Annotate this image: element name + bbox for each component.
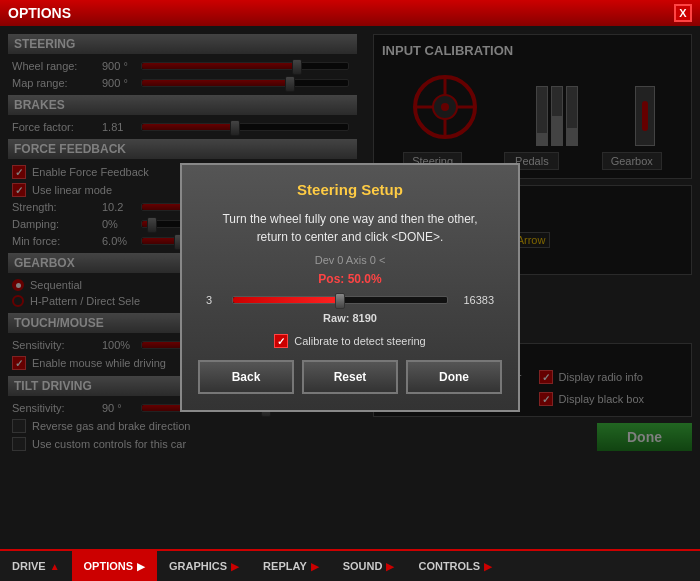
nav-options[interactable]: OPTIONS ▶: [72, 551, 158, 581]
modal-overlay: Steering Setup Turn the wheel fully one …: [0, 26, 700, 549]
main-content: STEERING Wheel range: 900 ° Map range: 9…: [0, 26, 700, 549]
nav-sound-arrow: ▶: [386, 561, 394, 572]
window-title: OPTIONS: [8, 5, 71, 21]
modal-calibrate-label: Calibrate to detect steering: [294, 335, 425, 347]
modal-slider-max: 16383: [454, 294, 494, 306]
modal-axis: Dev 0 Axis 0 <: [198, 254, 502, 266]
modal-raw: Raw: 8190: [198, 312, 502, 324]
nav-options-label: OPTIONS: [84, 560, 134, 572]
nav-drive-label: DRIVE: [12, 560, 46, 572]
modal-slider-row: 3 16383: [198, 294, 502, 306]
modal-slider-min: 3: [206, 294, 226, 306]
close-button[interactable]: X: [674, 4, 692, 22]
steering-setup-modal: Steering Setup Turn the wheel fully one …: [180, 163, 520, 412]
nav-graphics-arrow: ▶: [231, 561, 239, 572]
modal-buttons: Back Reset Done: [198, 360, 502, 394]
modal-calibrate-checkbox[interactable]: ✓: [274, 334, 288, 348]
title-bar: OPTIONS X: [0, 0, 700, 26]
nav-bar: DRIVE ▲ OPTIONS ▶ GRAPHICS ▶ REPLAY ▶ SO…: [0, 549, 700, 581]
nav-options-arrow: ▶: [137, 561, 145, 572]
modal-slider[interactable]: [232, 296, 448, 304]
modal-title: Steering Setup: [198, 181, 502, 198]
nav-replay[interactable]: REPLAY ▶: [251, 551, 331, 581]
nav-controls[interactable]: CONTROLS ▶: [406, 551, 504, 581]
modal-pos: Pos: 50.0%: [198, 272, 502, 286]
modal-instruction: Turn the wheel fully one way and then th…: [198, 210, 502, 246]
nav-drive-arrow: ▲: [50, 561, 60, 572]
nav-drive[interactable]: DRIVE ▲: [0, 551, 72, 581]
modal-back-button[interactable]: Back: [198, 360, 294, 394]
modal-done-button[interactable]: Done: [406, 360, 502, 394]
modal-calibrate-row: ✓ Calibrate to detect steering: [198, 334, 502, 348]
nav-replay-label: REPLAY: [263, 560, 307, 572]
nav-graphics[interactable]: GRAPHICS ▶: [157, 551, 251, 581]
nav-sound-label: SOUND: [343, 560, 383, 572]
nav-controls-label: CONTROLS: [418, 560, 480, 572]
nav-replay-arrow: ▶: [311, 561, 319, 572]
nav-graphics-label: GRAPHICS: [169, 560, 227, 572]
modal-reset-button[interactable]: Reset: [302, 360, 398, 394]
nav-sound[interactable]: SOUND ▶: [331, 551, 407, 581]
nav-controls-arrow: ▶: [484, 561, 492, 572]
